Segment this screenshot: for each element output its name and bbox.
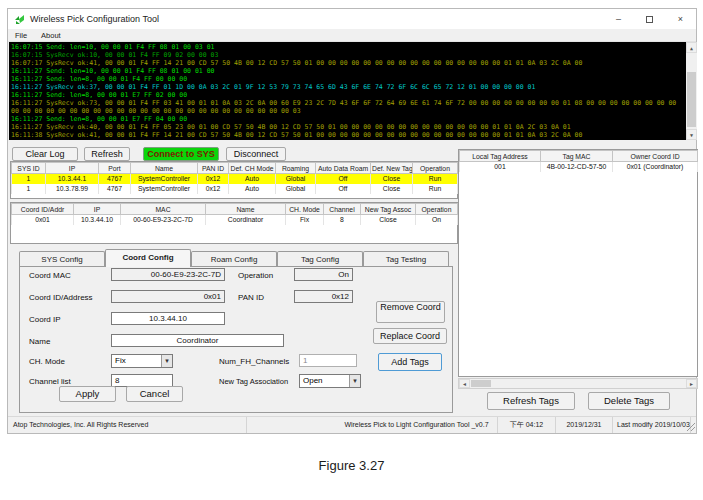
log-scrollbar[interactable] bbox=[686, 42, 697, 140]
tag-table-row[interactable]: 0014B-00-12-CD-57-500x01 (Coordinator) bbox=[460, 162, 698, 172]
apply-button[interactable]: Apply bbox=[59, 386, 116, 402]
coord-id-field: 0x01 bbox=[111, 290, 225, 303]
status-date: 2019/12/31 bbox=[556, 417, 613, 433]
coord-ip-input[interactable]: 10.3.44.10 bbox=[111, 312, 225, 325]
scrollbar-thumb[interactable] bbox=[687, 72, 696, 127]
tag-table: Local Tag AddressTag MACOwner Coord ID 0… bbox=[458, 149, 698, 377]
coord-table: Coord ID/AddrIPMACNameCH. ModeChannelNew… bbox=[10, 202, 458, 244]
delete-tags-button[interactable]: Delete Tags bbox=[588, 392, 670, 410]
minimize-button[interactable]: – bbox=[603, 9, 634, 29]
sys-table: SYS IDIPPortNamePAN IDDef. CH ModeRoamin… bbox=[10, 161, 458, 199]
remove-coord-button[interactable]: Remove Coord bbox=[376, 301, 445, 323]
log-console: 16:07:15 Send: len=10, 00 00 01 F4 FF 08… bbox=[9, 42, 697, 140]
tab-tag-config[interactable]: Tag Config bbox=[277, 251, 363, 267]
scroll-up-icon[interactable] bbox=[686, 42, 697, 53]
tag-table-hscrollbar[interactable] bbox=[458, 378, 698, 389]
tab-sys-config[interactable]: SYS Config bbox=[19, 251, 105, 267]
cancel-button[interactable]: Cancel bbox=[126, 386, 183, 402]
coord-id-label: Coord ID/Address bbox=[29, 293, 93, 302]
scrollbar-thumb[interactable] bbox=[471, 380, 491, 387]
status-time: 下午 04:12 bbox=[498, 417, 556, 433]
tab-strip: SYS Config Coord Config Roam Config Tag … bbox=[19, 249, 449, 267]
refresh-tags-button[interactable]: Refresh Tags bbox=[487, 392, 575, 410]
name-label: Name bbox=[29, 337, 50, 346]
ch-mode-value: Fix bbox=[115, 356, 126, 365]
refresh-button[interactable]: Refresh bbox=[84, 147, 130, 161]
status-last-modify: Last modify 2019/10/03 bbox=[613, 417, 691, 433]
status-bar: Atop Technologies, Inc. All Rights Reser… bbox=[8, 416, 696, 432]
pan-id-field: 0x12 bbox=[294, 290, 353, 303]
tag-table-header: Local Tag AddressTag MACOwner Coord ID bbox=[460, 151, 698, 162]
title-bar: Wireless Pick Configuration Tool – × bbox=[8, 9, 696, 29]
tab-coord-config[interactable]: Coord Config bbox=[105, 249, 191, 267]
new-tag-assoc-value: Open bbox=[303, 376, 323, 385]
operation-field: On bbox=[294, 268, 353, 281]
log-line: 16:11:27 Send: len=10, 00 00 01 F4 FF 08… bbox=[11, 67, 685, 75]
log-line: 16:11:38 SysRecv ok:41, 00 00 01 F4 FF 1… bbox=[11, 131, 685, 139]
sys-table-row[interactable]: 110.3.44.14767SystemController0x12AutoGl… bbox=[12, 174, 458, 184]
close-button[interactable]: × bbox=[665, 9, 696, 29]
channel-list-label: Channel list bbox=[29, 377, 71, 386]
pan-id-label: PAN ID bbox=[238, 293, 264, 302]
scroll-down-icon[interactable] bbox=[686, 129, 697, 140]
status-copyright: Atop Technologies, Inc. All Rights Reser… bbox=[9, 417, 247, 433]
log-line: 16:11:27 Send: len=8, 00 00 01 E7 FF 04 … bbox=[11, 115, 685, 123]
sys-table-header: SYS IDIPPortNamePAN IDDef. CH ModeRoamin… bbox=[12, 163, 458, 174]
chevron-down-icon[interactable] bbox=[349, 375, 360, 387]
scroll-left-icon[interactable] bbox=[459, 379, 470, 388]
window-title: Wireless Pick Configuration Tool bbox=[30, 14, 159, 24]
num-fh-label: Num_FH_Channels bbox=[219, 357, 289, 366]
clear-log-button[interactable]: Clear Log bbox=[12, 147, 78, 161]
new-tag-assoc-label: New Tag Association bbox=[219, 377, 288, 386]
sys-table-row[interactable]: 110.3.78.994767SystemController0x12AutoG… bbox=[12, 184, 458, 194]
log-line: 16:11:27 SysRecv ok:73, 00 00 01 F4 FF 0… bbox=[11, 99, 685, 115]
num-fh-field: 1 bbox=[299, 354, 357, 367]
add-tags-button[interactable]: Add Tags bbox=[378, 353, 442, 371]
ch-mode-dropdown[interactable]: Fix bbox=[111, 354, 173, 368]
name-input[interactable]: Coordinator bbox=[111, 334, 284, 347]
log-line: 16:07:15 SysRecv ok:10, 00 00 01 F4 FF 0… bbox=[11, 51, 685, 59]
log-line: 16:07:15 Send: len=10, 00 00 01 F4 FF 08… bbox=[11, 43, 685, 51]
menu-file[interactable]: File bbox=[8, 29, 34, 42]
coord-ip-label: Coord IP bbox=[29, 315, 61, 324]
log-line: 16:11:27 SysRecv ok:37, 00 00 01 F4 FF 0… bbox=[11, 83, 685, 91]
log-line: 16:11:27 Send: len=8, 00 00 01 E7 FF 02 … bbox=[11, 91, 685, 99]
menu-about[interactable]: About bbox=[34, 29, 68, 42]
log-line: 16:11:27 Send: len=8, 00 00 01 F4 FF 00 … bbox=[11, 75, 685, 83]
figure-caption: Figure 3.27 bbox=[0, 458, 703, 473]
tab-tag-testing[interactable]: Tag Testing bbox=[363, 251, 449, 267]
ch-mode-label: CH. Mode bbox=[29, 357, 65, 366]
log-line: 16:11:27 SysRecv ok:40, 00 00 01 F4 FF 0… bbox=[11, 123, 685, 131]
app-window: Wireless Pick Configuration Tool – × Fil… bbox=[7, 8, 697, 434]
status-app-version: Wireless Pick to Light Configuration Too… bbox=[336, 417, 498, 433]
coord-mac-label: Coord MAC bbox=[29, 271, 71, 280]
maximize-icon bbox=[646, 16, 653, 23]
coord-table-header: Coord ID/AddrIPMACNameCH. ModeChannelNew… bbox=[12, 204, 458, 215]
new-tag-assoc-dropdown[interactable]: Open bbox=[299, 374, 361, 388]
scroll-right-icon[interactable] bbox=[686, 379, 697, 388]
log-line: 16:07:17 SysRecv ok:41, 00 00 01 F4 FF 1… bbox=[11, 59, 685, 67]
coord-table-row[interactable]: 0x0110.3.44.1000-60-E9-23-2C-7DCoordinat… bbox=[12, 215, 458, 225]
replace-coord-button[interactable]: Replace Coord bbox=[373, 328, 447, 344]
chevron-down-icon[interactable] bbox=[161, 355, 172, 367]
maximize-button[interactable] bbox=[634, 9, 665, 29]
app-icon bbox=[14, 14, 25, 25]
operation-label: Operation bbox=[238, 271, 273, 280]
connect-to-sys-button[interactable]: Connect to SYS bbox=[143, 147, 219, 161]
disconnect-button[interactable]: Disconnect bbox=[226, 147, 286, 161]
tab-roam-config[interactable]: Roam Config bbox=[191, 251, 277, 267]
coord-mac-field: 00-60-E9-23-2C-7D bbox=[111, 268, 225, 281]
menu-bar: File About bbox=[8, 29, 696, 42]
